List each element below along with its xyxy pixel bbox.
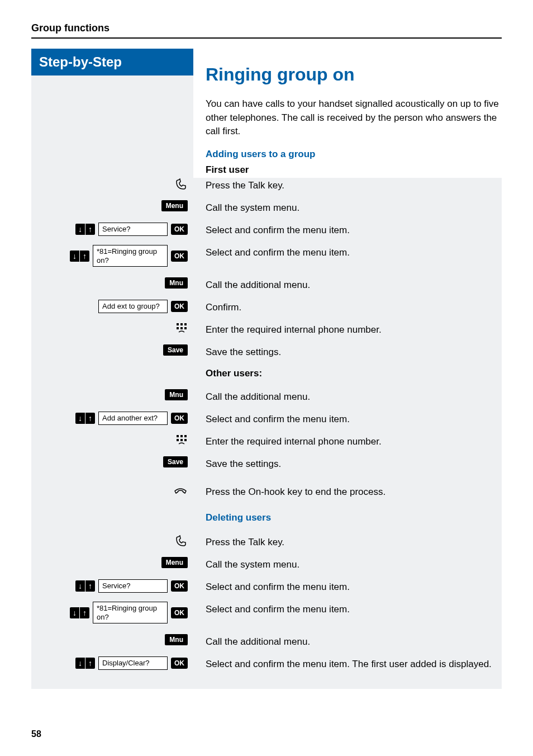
main-title: Ringing group on [206, 64, 502, 85]
desc-call-system: Call the system menu. [193, 200, 502, 214]
talk-key-icon [174, 535, 188, 551]
ok-softkey[interactable]: OK [171, 658, 188, 669]
page-number: 58 [31, 729, 41, 739]
display-add-ext: Add ext to group? [98, 300, 168, 313]
save-softkey[interactable]: Save [163, 456, 188, 467]
desc-press-talk: Press the Talk key. [193, 178, 502, 191]
desc-select-confirm-2: Select and confirm the menu item. [193, 245, 502, 258]
svg-rect-4 [180, 327, 183, 329]
svg-rect-2 [184, 323, 187, 325]
desc-select-confirm-first: Select and confirm the menu item. The fi… [193, 656, 502, 670]
svg-rect-6 [177, 435, 179, 437]
nav-arrows[interactable]: ↓↑ [70, 251, 89, 262]
desc-call-system-2: Call the system menu. [193, 557, 502, 570]
desc-call-additional-1: Call the additional menu. [193, 277, 502, 291]
arrow-up-icon: ↑ [85, 224, 95, 235]
svg-rect-0 [177, 323, 179, 325]
arrow-up-icon: ↑ [80, 251, 89, 262]
menu-softkey[interactable]: Menu [161, 200, 188, 211]
nav-arrows[interactable]: ↓↑ [70, 607, 89, 618]
section-deleting-users: Deleting users [193, 512, 502, 523]
arrow-down-icon: ↓ [75, 413, 85, 424]
arrow-up-icon: ↑ [85, 658, 95, 669]
ok-softkey[interactable]: OK [171, 224, 188, 235]
intro-paragraph: You can have calls to your handset signa… [206, 97, 502, 139]
svg-rect-11 [184, 439, 187, 441]
arrow-down-icon: ↓ [70, 607, 80, 618]
nav-arrows[interactable]: ↓↑ [75, 413, 95, 424]
save-softkey[interactable]: Save [163, 344, 188, 356]
display-service: Service? [98, 579, 168, 593]
ok-softkey[interactable]: OK [171, 580, 188, 592]
keypad-icon [175, 434, 188, 446]
arrow-up-icon: ↑ [85, 580, 95, 592]
section-adding-users: Adding users to a group [206, 149, 502, 160]
nav-arrows[interactable]: ↓↑ [75, 224, 95, 235]
arrow-up-icon: ↑ [80, 607, 89, 618]
arrow-down-icon: ↓ [75, 658, 85, 669]
desc-confirm: Confirm. [193, 300, 502, 313]
ok-softkey[interactable]: OK [171, 301, 188, 312]
desc-select-confirm-1: Select and confirm the menu item. [193, 223, 502, 236]
svg-rect-10 [180, 439, 183, 441]
menu-softkey[interactable]: Menu [161, 557, 188, 568]
label-other-users: Other users: [193, 368, 502, 379]
desc-enter-number-2: Enter the required internal phone number… [193, 434, 502, 447]
desc-select-confirm-4: Select and confirm the menu item. [193, 579, 502, 593]
desc-call-additional-2: Call the additional menu. [193, 389, 502, 403]
svg-rect-3 [177, 327, 179, 329]
desc-select-confirm-3: Select and confirm the menu item. [193, 412, 502, 425]
ok-softkey[interactable]: OK [171, 607, 188, 618]
arrow-down-icon: ↓ [75, 224, 85, 235]
desc-press-onhook: Press the On-hook key to end the process… [193, 484, 502, 498]
keypad-icon [175, 322, 188, 334]
desc-call-additional-3: Call the additional menu. [193, 634, 502, 648]
desc-enter-number-1: Enter the required internal phone number… [193, 322, 502, 336]
display-add-another: Add another ext? [98, 412, 168, 425]
mnu-softkey[interactable]: Mnu [165, 389, 188, 400]
svg-rect-5 [184, 327, 187, 329]
ok-softkey[interactable]: OK [171, 413, 188, 424]
display-service: Service? [98, 223, 168, 236]
svg-rect-7 [180, 435, 183, 437]
label-first-user: First user [206, 164, 502, 176]
desc-press-talk-2: Press the Talk key. [193, 535, 502, 548]
mnu-softkey[interactable]: Mnu [165, 277, 188, 289]
arrow-down-icon: ↓ [70, 251, 80, 262]
display-clear: Display/Clear? [98, 656, 168, 670]
right-column: Ringing group on You can have calls to y… [193, 49, 502, 179]
svg-rect-9 [177, 439, 179, 441]
display-ringing: *81=Ringing group on? [93, 602, 168, 623]
ok-softkey[interactable]: OK [171, 251, 188, 262]
nav-arrows[interactable]: ↓↑ [75, 580, 95, 592]
svg-rect-1 [180, 323, 183, 325]
mnu-softkey[interactable]: Mnu [165, 634, 188, 645]
desc-save-2: Save the settings. [193, 456, 502, 470]
talk-key-icon [174, 178, 188, 195]
page-header: Group functions [31, 22, 502, 39]
display-ringing: *81=Ringing group on? [93, 245, 168, 267]
svg-rect-8 [184, 435, 187, 437]
left-column: Step-by-Step [31, 49, 193, 179]
arrow-up-icon: ↑ [85, 413, 95, 424]
step-banner: Step-by-Step [31, 49, 193, 75]
onhook-key-icon [173, 484, 188, 500]
desc-save-1: Save the settings. [193, 344, 502, 358]
desc-select-confirm-5: Select and confirm the menu item. [193, 602, 502, 615]
nav-arrows[interactable]: ↓↑ [75, 658, 95, 669]
arrow-down-icon: ↓ [75, 580, 85, 592]
